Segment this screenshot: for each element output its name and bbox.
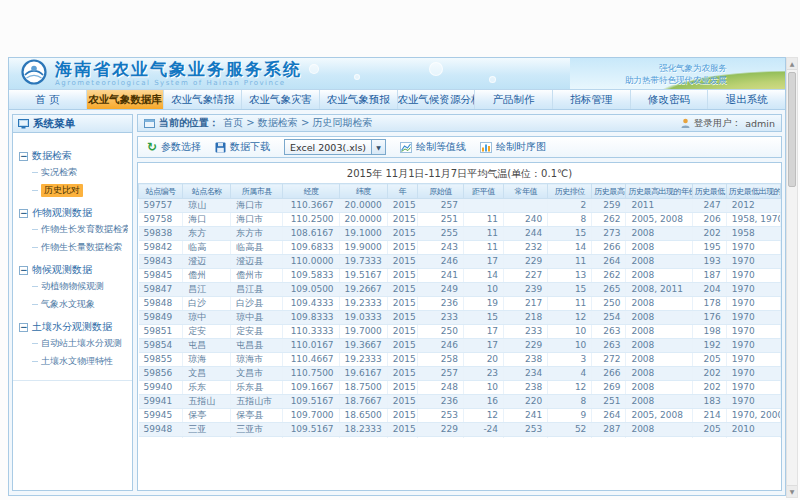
nav-item[interactable]: 退出系统 xyxy=(708,90,785,109)
table-cell: 253 xyxy=(417,409,463,423)
table-row[interactable]: 59945保亭保亭县109.700018.6500201525312241926… xyxy=(139,409,781,423)
collapse-icon[interactable]: − xyxy=(19,323,28,332)
table-cell: 1970 xyxy=(726,325,780,339)
table-row[interactable]: 59855琼海琼海市110.466719.2333201525820238327… xyxy=(139,353,781,367)
table-cell: 1970 xyxy=(726,395,780,409)
table-row[interactable]: 59845儋州儋州市109.583319.5167201524114227132… xyxy=(139,269,781,283)
table-cell: 三亚 xyxy=(183,423,231,437)
table-cell: 227 xyxy=(504,269,548,283)
table-row[interactable]: 59838东方东方市108.616719.1000201525511244152… xyxy=(139,227,781,241)
collapse-icon[interactable]: − xyxy=(19,152,28,161)
nav-item[interactable]: 修改密码 xyxy=(631,90,709,109)
table-cell: 2008 xyxy=(626,353,692,367)
table-cell: 109.5167 xyxy=(283,395,339,409)
table-row[interactable]: 59940乐东乐东县109.166718.7500201524810238122… xyxy=(139,381,781,395)
table-header-cell: 常年值 xyxy=(504,184,548,199)
table-row[interactable]: 59847昌江昌江县109.050019.2667201524910239152… xyxy=(139,283,781,297)
vertical-scrollbar[interactable]: ▲ ▼ xyxy=(786,57,798,498)
table-cell: 287 xyxy=(592,423,626,437)
sidebar-item[interactable]: − 气象水文现象 xyxy=(19,295,128,313)
table-cell: 259 xyxy=(592,199,626,213)
table-cell: 217 xyxy=(504,297,548,311)
sidebar-item[interactable]: − 历史比对 xyxy=(19,181,128,199)
table-cell: 2015 xyxy=(387,283,417,297)
scrollbar-thumb[interactable] xyxy=(788,72,796,187)
table-scroll-area[interactable]: 站点编号站点名称所属市县经度纬度年原始值距平值常年值历史排位历史最高历史最高出现… xyxy=(138,183,781,438)
scroll-up-icon[interactable]: ▲ xyxy=(787,58,797,70)
tree-connector-line xyxy=(32,343,38,344)
sidebar-item[interactable]: − 土壤水文物理特性 xyxy=(19,352,128,370)
sidebar-item[interactable]: − 数据检索 xyxy=(19,149,128,163)
table-row[interactable]: 59951万宁万宁市110.366718.8000201525613243927… xyxy=(139,437,781,439)
download-button[interactable]: 数据下载 xyxy=(215,140,270,154)
table-title: 2015年 11月1日-11月7日平均气温(单位：0.1℃) xyxy=(138,163,781,183)
table-cell: 218 xyxy=(504,311,548,325)
collapse-icon[interactable]: − xyxy=(19,209,28,218)
table-cell: 海口市 xyxy=(231,213,283,227)
sidebar-item[interactable]: − 物候观测数据 xyxy=(19,263,128,277)
draw-timeseries-button[interactable]: 绘制时序图 xyxy=(480,140,546,154)
table-cell: 19.0333 xyxy=(339,311,387,325)
nav-item[interactable]: 农业气象灾害 xyxy=(242,90,320,109)
sidebar-item[interactable]: − 土壤水分观测数据 xyxy=(19,320,128,334)
app-subtitle: Agrometeorological System of Hainan Prov… xyxy=(55,80,302,87)
nav-item[interactable]: 农业气象情报 xyxy=(164,90,242,109)
sidebar-item-label: 作物生长发育数据检索 xyxy=(41,223,128,236)
collapse-icon[interactable]: − xyxy=(19,266,28,275)
table-cell: 59845 xyxy=(139,269,183,283)
table-cell: 258 xyxy=(417,353,463,367)
sidebar-item[interactable]: − 作物生长发育数据检索 xyxy=(19,220,128,238)
table-row[interactable]: 59757琼山海口市110.366720.0000201525722592011… xyxy=(139,199,781,213)
table-cell: 14 xyxy=(548,241,592,255)
table-cell: 2012 xyxy=(726,199,780,213)
nav-item[interactable]: 指标管理 xyxy=(553,90,631,109)
sidebar-item[interactable]: − 作物生长量数据检索 xyxy=(19,238,128,256)
table-cell: 178 xyxy=(692,297,726,311)
table-cell: 10 xyxy=(548,325,592,339)
table-row[interactable]: 59856文昌文昌市110.750019.6167201525723234426… xyxy=(139,367,781,381)
table-cell: 214 xyxy=(692,409,726,423)
sidebar-item[interactable]: − 动植物物候观测 xyxy=(19,277,128,295)
table-cell: 234 xyxy=(504,367,548,381)
nav-item[interactable]: 产品制作 xyxy=(475,90,553,109)
sidebar-item[interactable]: − 作物观测数据 xyxy=(19,206,128,220)
table-row[interactable]: 59854屯昌屯昌县110.016719.3667201524617229102… xyxy=(139,339,781,353)
table-row[interactable]: 59941五指山五指山市109.516718.76672015236162208… xyxy=(139,395,781,409)
table-cell: 229 xyxy=(417,423,463,437)
scroll-down-icon[interactable]: ▼ xyxy=(787,485,797,497)
table-cell xyxy=(463,199,503,213)
table-cell: 9 xyxy=(548,437,592,439)
table-cell: 110.0000 xyxy=(283,255,339,269)
dropdown-arrow-icon[interactable]: ▼ xyxy=(371,140,385,154)
nav-item[interactable]: 农业气候资源分析 xyxy=(398,90,476,109)
table-header-cell: 所属市县 xyxy=(231,184,283,199)
table-cell: 15 xyxy=(463,311,503,325)
breadcrumb-path[interactable]: 首页 > 数据检索 > 历史同期检索 xyxy=(223,116,372,130)
table-row[interactable]: 59848白沙白沙县109.433319.2333201523619217112… xyxy=(139,297,781,311)
sidebar-item[interactable]: − 自动站土壤水分观测 xyxy=(19,334,128,352)
table-cell: 2015 xyxy=(387,269,417,283)
table-header-cell: 纬度 xyxy=(339,184,387,199)
table-row[interactable]: 59758海口海口市110.250020.0000201525111240826… xyxy=(139,213,781,227)
nav-item[interactable]: 首 页 xyxy=(9,90,87,109)
excel-format-select[interactable]: Excel 2003(.xls) ▼ xyxy=(284,139,386,155)
table-cell: 269 xyxy=(592,381,626,395)
table-cell: 乐东 xyxy=(183,381,231,395)
draw-isoline-button[interactable]: 绘制等值线 xyxy=(400,140,466,154)
table-row[interactable]: 59851定安定安县110.333319.7000201525017233102… xyxy=(139,325,781,339)
nav-item[interactable]: 农业气象数据库 xyxy=(87,90,165,109)
nav-item[interactable]: 农业气象预报 xyxy=(320,90,398,109)
table-row[interactable]: 59948三亚三亚市109.516718.23332015229-2425352… xyxy=(139,423,781,437)
table-cell: 20.0000 xyxy=(339,213,387,227)
table-cell: 2008 xyxy=(626,381,692,395)
table-cell: 249 xyxy=(417,283,463,297)
param-select-button[interactable]: ↻ 参数选择 xyxy=(147,140,201,154)
table-row[interactable]: 59842临高临高县109.683319.9000201524311232142… xyxy=(139,241,781,255)
sidebar-item[interactable]: − 实况检索 xyxy=(19,163,128,181)
table-cell: 263 xyxy=(592,325,626,339)
table-cell: 3 xyxy=(548,353,592,367)
main-area: 当前的位置： 首页 > 数据检索 > 历史同期检索 登录用户：admin ↻ 参… xyxy=(137,114,782,491)
table-row[interactable]: 59843澄迈澄迈县110.000019.7333201524617229112… xyxy=(139,255,781,269)
table-cell: 18.7500 xyxy=(339,381,387,395)
table-row[interactable]: 59849琼中琼中县109.833319.0333201523315218122… xyxy=(139,311,781,325)
